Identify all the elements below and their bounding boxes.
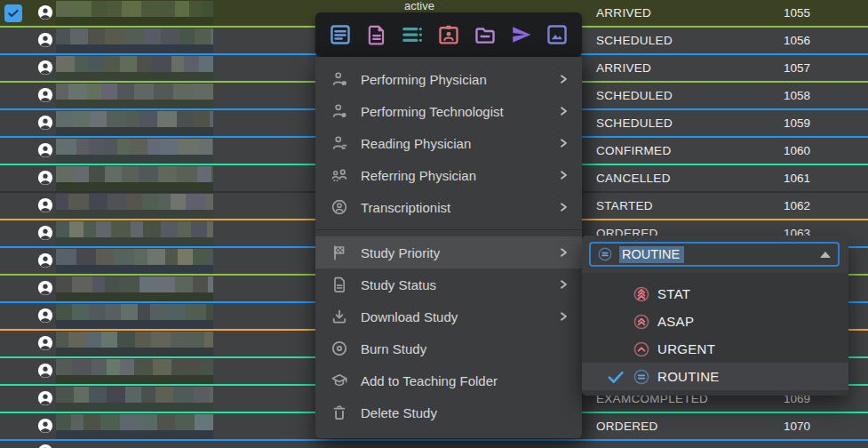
routine-priority-icon bbox=[598, 247, 612, 261]
redacted-patient-info bbox=[56, 248, 213, 274]
asap-priority-icon bbox=[633, 314, 649, 330]
priority-submenu-header: ROUTINE bbox=[582, 236, 848, 273]
patient-avatar-icon bbox=[37, 444, 53, 448]
redacted-patient-info bbox=[56, 303, 213, 329]
menu-item-performing-technologist[interactable]: Performing Technologist bbox=[315, 95, 582, 127]
download-study-icon bbox=[330, 308, 348, 325]
document-icon[interactable] bbox=[365, 23, 388, 46]
patient-avatar-icon bbox=[37, 308, 53, 324]
chevron-right-icon bbox=[557, 73, 569, 85]
accession-cell: 1062 bbox=[784, 193, 810, 219]
menu-item-label: Burn Study bbox=[361, 341, 569, 356]
status-cell: CANCELLED bbox=[596, 165, 671, 191]
performing-technologist-icon bbox=[330, 102, 348, 120]
redacted-patient-info bbox=[56, 413, 213, 439]
priority-combobox[interactable]: ROUTINE bbox=[589, 242, 840, 267]
menu-item-download-study[interactable]: Download Study bbox=[315, 300, 582, 332]
accession-cell: 1058 bbox=[784, 83, 810, 108]
menu-item-performing-physician[interactable]: Performing Physician bbox=[315, 63, 582, 95]
accession-cell: 1059 bbox=[784, 110, 810, 136]
accession-cell: 1060 bbox=[784, 138, 810, 164]
image-icon[interactable] bbox=[545, 23, 569, 46]
redacted-patient-info bbox=[56, 83, 213, 108]
referring-physician-icon bbox=[330, 166, 348, 184]
menu-item-label: Add to Teaching Folder bbox=[361, 373, 569, 388]
redacted-patient-info bbox=[56, 276, 213, 301]
patient-avatar-icon bbox=[37, 197, 53, 213]
status-cell: SCHEDULED bbox=[596, 28, 673, 53]
accession-cell: 1061 bbox=[784, 165, 810, 191]
burn-study-icon bbox=[330, 340, 348, 357]
patient-avatar-icon bbox=[37, 60, 53, 76]
accession-cell: 1055 bbox=[784, 0, 810, 26]
stat-priority-icon bbox=[633, 286, 649, 302]
menu-item-reading-physician[interactable]: Reading Physician bbox=[315, 127, 582, 159]
status-cell: SCHEDULED bbox=[596, 110, 673, 136]
accession-cell: 1057 bbox=[784, 55, 810, 81]
context-menu: Performing PhysicianPerforming Technolog… bbox=[315, 57, 582, 438]
row-checkbox[interactable] bbox=[4, 4, 22, 22]
chevron-up-icon bbox=[820, 252, 831, 258]
menu-item-label: Download Study bbox=[361, 309, 557, 324]
priority-combobox-value: ROUTINE bbox=[619, 246, 684, 263]
chevron-right-icon bbox=[557, 246, 569, 259]
priority-option-label: ROUTINE bbox=[657, 369, 720, 384]
priority-option-label: ASAP bbox=[657, 314, 694, 329]
study-priority-icon bbox=[330, 244, 348, 261]
redacted-patient-info bbox=[56, 28, 213, 53]
priority-option-label: STAT bbox=[657, 286, 690, 301]
redacted-patient-info bbox=[56, 165, 213, 191]
menu-item-burn-study[interactable]: Burn Study bbox=[315, 332, 582, 364]
worklist-screen: activeARRIVED1055SCHEDULED1056ARRIVED105… bbox=[0, 0, 868, 448]
badge-icon[interactable] bbox=[437, 23, 460, 46]
menu-item-label: Study Status bbox=[361, 277, 557, 292]
menu-item-add-to-teaching-folder[interactable]: Add to Teaching Folder bbox=[315, 364, 582, 396]
chevron-right-icon bbox=[557, 201, 569, 213]
priority-option-asap[interactable]: ASAP bbox=[582, 308, 848, 335]
urgent-priority-icon bbox=[633, 341, 649, 357]
menu-item-transcriptionist[interactable]: Transcriptionist bbox=[315, 191, 582, 223]
patient-avatar-icon bbox=[37, 142, 53, 158]
row-active-tag: active bbox=[404, 0, 434, 12]
redacted-patient-info bbox=[56, 0, 213, 26]
status-cell: ORDERED bbox=[596, 413, 658, 439]
menu-item-label: Reading Physician bbox=[361, 136, 557, 151]
menu-item-study-priority[interactable]: Study Priority bbox=[315, 236, 582, 268]
context-menu-toolbar bbox=[315, 12, 582, 57]
delete-study-icon bbox=[330, 404, 348, 421]
chevron-right-icon bbox=[557, 310, 569, 323]
accession-cell: 1070 bbox=[784, 413, 810, 439]
patient-avatar-icon bbox=[37, 170, 53, 186]
menu-item-study-status[interactable]: Study Status bbox=[315, 268, 582, 300]
folder-icon[interactable] bbox=[474, 23, 497, 46]
redacted-patient-info bbox=[56, 386, 213, 412]
transcriptionist-icon bbox=[330, 198, 348, 216]
patient-avatar-icon bbox=[37, 390, 53, 406]
chevron-right-icon bbox=[557, 278, 569, 291]
patient-avatar-icon bbox=[37, 87, 53, 103]
menu-item-label: Study Priority bbox=[361, 245, 557, 260]
menu-item-label: Performing Technologist bbox=[361, 104, 557, 119]
table-row-partial bbox=[0, 441, 868, 448]
menu-item-referring-physician[interactable]: Referring Physician bbox=[315, 159, 582, 191]
menu-item-delete-study[interactable]: Delete Study bbox=[315, 396, 582, 428]
check-icon bbox=[607, 368, 633, 386]
menu-item-label: Referring Physician bbox=[361, 168, 557, 183]
report-icon[interactable] bbox=[329, 23, 352, 46]
patient-avatar-icon bbox=[37, 115, 53, 131]
status-cell: STARTED bbox=[596, 193, 653, 219]
patient-avatar-icon bbox=[37, 418, 53, 434]
patient-avatar-icon bbox=[37, 335, 53, 351]
redacted-patient-info bbox=[56, 193, 213, 219]
performing-physician-icon bbox=[330, 70, 348, 88]
priority-option-routine[interactable]: ROUTINE bbox=[582, 363, 848, 390]
redacted-patient-info bbox=[56, 358, 213, 384]
priority-options-list: STATASAPURGENTROUTINE bbox=[582, 273, 848, 390]
patient-avatar-icon bbox=[37, 32, 53, 48]
priority-option-urgent[interactable]: URGENT bbox=[582, 335, 848, 363]
priority-option-stat[interactable]: STAT bbox=[582, 280, 848, 308]
redacted-patient-info bbox=[56, 331, 213, 356]
send-icon[interactable] bbox=[510, 23, 533, 46]
list-icon[interactable] bbox=[401, 23, 424, 46]
patient-avatar-icon bbox=[37, 252, 53, 268]
